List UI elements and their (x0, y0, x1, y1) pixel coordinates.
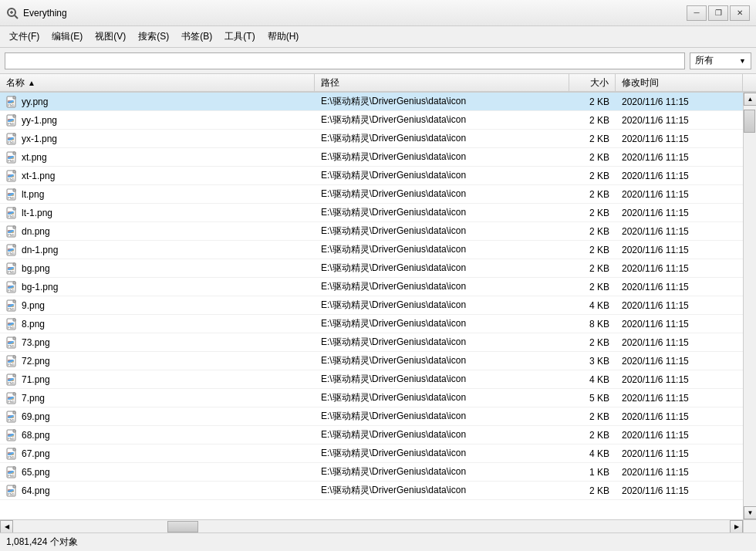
cell-path: E:\驱动精灵\DriverGenius\data\icon (315, 130, 569, 147)
cell-size: 4 KB (569, 445, 616, 462)
cell-name: PNG yx-1.png (0, 130, 315, 147)
file-name: dn-1.png (22, 245, 58, 255)
file-list: PNG yy.pngE:\驱动精灵\DriverGenius\data\icon… (0, 93, 756, 519)
cell-modified: 2020/11/6 11:15 (616, 370, 756, 388)
svg-text:PNG: PNG (8, 307, 15, 311)
col-header-modified[interactable]: 修改时间 (616, 74, 743, 91)
close-button[interactable]: ✕ (730, 5, 750, 21)
table-row[interactable]: PNG lt-1.pngE:\驱动精灵\DriverGenius\data\ic… (0, 204, 756, 222)
restore-button[interactable]: ❐ (708, 5, 728, 21)
table-row[interactable]: PNG xt.pngE:\驱动精灵\DriverGenius\data\icon… (0, 148, 756, 167)
file-name: bg.png (22, 263, 50, 274)
table-row[interactable]: PNG dn-1.pngE:\驱动精灵\DriverGenius\data\ic… (0, 241, 756, 259)
cell-size: 8 KB (569, 315, 616, 333)
col-header-name[interactable]: 名称 ▲ (0, 74, 315, 91)
table-row[interactable]: PNG dn.pngE:\驱动精灵\DriverGenius\data\icon… (0, 222, 756, 241)
table-row[interactable]: PNG bg.pngE:\驱动精灵\DriverGenius\data\icon… (0, 259, 756, 278)
cell-modified: 2020/11/6 11:15 (616, 463, 756, 481)
table-row[interactable]: PNG 73.pngE:\驱动精灵\DriverGenius\data\icon… (0, 333, 756, 352)
table-row[interactable]: PNG yy-1.pngE:\驱动精灵\DriverGenius\data\ic… (0, 111, 756, 130)
cell-modified: 2020/11/6 11:15 (616, 445, 756, 462)
search-input[interactable] (5, 52, 685, 69)
file-icon: PNG (6, 96, 19, 108)
col-header-size[interactable]: 大小 (569, 74, 616, 91)
h-scroll-right-button[interactable]: ▶ (730, 520, 743, 533)
cell-size: 2 KB (569, 148, 616, 166)
cell-path: E:\驱动精灵\DriverGenius\data\icon (315, 204, 569, 221)
h-scroll-thumb[interactable] (167, 521, 198, 532)
table-row[interactable]: PNG lt.pngE:\驱动精灵\DriverGenius\data\icon… (0, 185, 756, 204)
file-icon: PNG (6, 207, 19, 219)
cell-name: PNG 73.png (0, 333, 315, 351)
menu-item-书签(B)[interactable]: 书签(B) (175, 27, 218, 46)
cell-size: 2 KB (569, 426, 616, 444)
cell-modified: 2020/11/6 11:15 (616, 389, 756, 407)
cell-path: E:\驱动精灵\DriverGenius\data\icon (315, 278, 569, 296)
window-controls: ─ ❐ ✕ (687, 5, 750, 21)
table-row[interactable]: PNG xt-1.pngE:\驱动精灵\DriverGenius\data\ic… (0, 167, 756, 185)
svg-text:PNG: PNG (8, 177, 15, 181)
vertical-scrollbar[interactable]: ▲ ▼ (743, 93, 756, 519)
file-name: 7.png (22, 393, 45, 404)
cell-size: 5 KB (569, 389, 616, 407)
menu-item-搜索(S)[interactable]: 搜索(S) (132, 27, 175, 46)
cell-path: E:\驱动精灵\DriverGenius\data\icon (315, 389, 569, 407)
cell-size: 2 KB (569, 333, 616, 351)
cell-modified: 2020/11/6 11:15 (616, 185, 756, 203)
table-row[interactable]: PNG 65.pngE:\驱动精灵\DriverGenius\data\icon… (0, 463, 756, 482)
cell-name: PNG yy.png (0, 93, 315, 110)
cell-path: E:\驱动精灵\DriverGenius\data\icon (315, 259, 569, 277)
cell-size: 2 KB (569, 167, 616, 184)
scroll-up-button[interactable]: ▲ (744, 93, 756, 106)
cell-name: PNG 68.png (0, 426, 315, 444)
scroll-thumb[interactable] (744, 110, 755, 133)
table-row[interactable]: PNG 67.pngE:\驱动精灵\DriverGenius\data\icon… (0, 445, 756, 463)
table-row[interactable]: PNG 64.pngE:\驱动精灵\DriverGenius\data\icon… (0, 482, 756, 500)
table-row[interactable]: PNG yx-1.pngE:\驱动精灵\DriverGenius\data\ic… (0, 130, 756, 148)
svg-text:PNG: PNG (8, 252, 15, 255)
file-icon: PNG (6, 466, 19, 478)
table-row[interactable]: PNG 69.pngE:\驱动精灵\DriverGenius\data\icon… (0, 407, 756, 426)
svg-text:PNG: PNG (8, 196, 15, 200)
cell-path: E:\驱动精灵\DriverGenius\data\icon (315, 111, 569, 129)
file-name: 68.png (22, 430, 50, 441)
cell-path: E:\驱动精灵\DriverGenius\data\icon (315, 352, 569, 370)
file-icon: PNG (6, 299, 19, 312)
file-name: 8.png (22, 319, 45, 330)
cell-size: 2 KB (569, 278, 616, 296)
menu-item-工具(T)[interactable]: 工具(T) (218, 27, 261, 46)
table-row[interactable]: PNG 8.pngE:\驱动精灵\DriverGenius\data\icon8… (0, 315, 756, 333)
menu-item-帮助(H)[interactable]: 帮助(H) (262, 27, 305, 46)
menu-item-编辑(E)[interactable]: 编辑(E) (46, 27, 89, 46)
cell-modified: 2020/11/6 11:15 (616, 426, 756, 444)
cell-modified: 2020/11/6 11:15 (616, 315, 756, 333)
scroll-down-button[interactable]: ▼ (744, 506, 756, 519)
file-name: 73.png (22, 337, 50, 348)
col-header-path[interactable]: 路径 (315, 74, 569, 91)
minimize-button[interactable]: ─ (687, 5, 707, 21)
cell-modified: 2020/11/6 11:15 (616, 148, 756, 166)
table-row[interactable]: PNG yy.pngE:\驱动精灵\DriverGenius\data\icon… (0, 93, 756, 111)
table-row[interactable]: PNG 7.pngE:\驱动精灵\DriverGenius\data\icon5… (0, 389, 756, 407)
file-icon: PNG (6, 392, 19, 404)
cell-modified: 2020/11/6 11:15 (616, 278, 756, 296)
file-name: yy-1.png (22, 115, 57, 126)
file-name: 64.png (22, 485, 50, 496)
table-row[interactable]: PNG 9.pngE:\驱动精灵\DriverGenius\data\icon4… (0, 296, 756, 315)
svg-text:PNG: PNG (8, 159, 15, 163)
menu-item-文件(F)[interactable]: 文件(F) (3, 27, 46, 46)
menu-item-视图(V)[interactable]: 视图(V) (89, 27, 132, 46)
file-name: 71.png (22, 374, 50, 385)
table-row[interactable]: PNG 68.pngE:\驱动精灵\DriverGenius\data\icon… (0, 426, 756, 445)
table-row[interactable]: PNG 71.pngE:\驱动精灵\DriverGenius\data\icon… (0, 370, 756, 389)
cell-name: PNG xt-1.png (0, 167, 315, 184)
table-row[interactable]: PNG 72.pngE:\驱动精灵\DriverGenius\data\icon… (0, 352, 756, 370)
h-scroll-left-button[interactable]: ◀ (0, 520, 13, 533)
cell-path: E:\驱动精灵\DriverGenius\data\icon (315, 185, 569, 203)
filter-dropdown[interactable]: 所有 ▼ (690, 52, 751, 69)
cell-modified: 2020/11/6 11:15 (616, 111, 756, 129)
svg-text:PNG: PNG (8, 474, 15, 478)
cell-size: 2 KB (569, 185, 616, 203)
table-row[interactable]: PNG bg-1.pngE:\驱动精灵\DriverGenius\data\ic… (0, 278, 756, 296)
scroll-thumb-area (744, 106, 756, 506)
